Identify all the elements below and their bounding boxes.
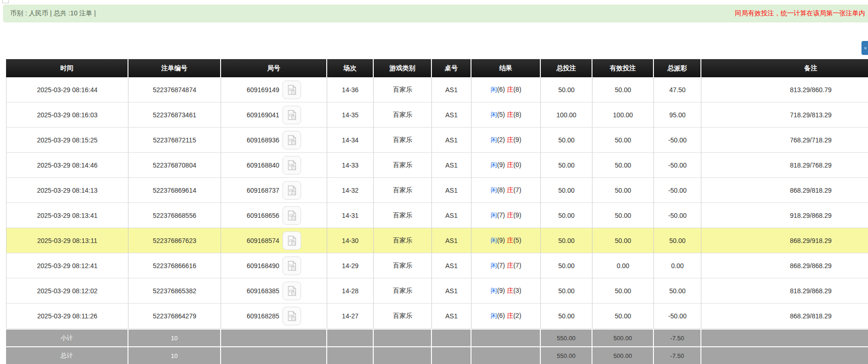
round-cell: 609169041 bbox=[221, 102, 327, 128]
round-video-button[interactable] bbox=[283, 231, 301, 250]
result-player-score: (9) bbox=[497, 236, 505, 244]
remark-cell: 868.29/918.29 bbox=[701, 228, 868, 253]
side-panel-button[interactable] bbox=[861, 41, 868, 55]
result-banker-label: 庄 bbox=[507, 111, 513, 118]
total-bet-link[interactable]: 50.00 bbox=[541, 178, 592, 203]
table-no-cell: AS1 bbox=[432, 303, 471, 329]
result-player-label: 闲 bbox=[491, 312, 497, 319]
table-row: 2025-03-29 08:13:11 522376867623 6091685… bbox=[6, 228, 868, 253]
column-header: 游戏类别 bbox=[374, 59, 432, 77]
session-cell: 14-33 bbox=[327, 153, 374, 178]
payout-cell: 47.50 bbox=[654, 77, 701, 102]
table-no-cell: AS1 bbox=[432, 253, 471, 278]
round-video-button[interactable] bbox=[283, 256, 301, 275]
column-header: 局号 bbox=[221, 59, 327, 77]
remark-cell: 868.29/818.29 bbox=[701, 303, 868, 329]
total-bet-link[interactable]: 50.00 bbox=[541, 203, 592, 228]
bet-id-cell: 522376865382 bbox=[128, 278, 221, 303]
column-header: 总投注 bbox=[541, 59, 592, 77]
total-bet-link[interactable]: 50.00 bbox=[541, 303, 592, 329]
round-video-button[interactable] bbox=[283, 131, 301, 149]
total-bet-link[interactable]: 50.00 bbox=[541, 153, 592, 178]
bet-id-cell: 522376869614 bbox=[128, 178, 221, 203]
total-bet-link[interactable]: 50.00 bbox=[541, 278, 592, 303]
round-id: 609168840 bbox=[247, 162, 279, 169]
result-cell: 闲(6) 庄(2) bbox=[471, 303, 541, 329]
round-cell: 609168574 bbox=[221, 228, 327, 253]
payout-cell: -50.00 bbox=[654, 153, 701, 178]
result-cell: 闲(2) 庄(9) bbox=[471, 128, 541, 153]
summary-empty-cell bbox=[327, 329, 374, 346]
summary-empty-cell bbox=[701, 346, 868, 364]
payout-cell: -50.00 bbox=[654, 203, 701, 228]
game-type-cell: 百家乐 bbox=[374, 203, 432, 228]
result-banker-label: 庄 bbox=[507, 211, 513, 219]
payout-cell: 50.00 bbox=[654, 278, 701, 303]
round-video-button[interactable] bbox=[283, 307, 301, 325]
notice-text: 同局有效投注，统一计算在该局第一张注单内 bbox=[735, 9, 865, 18]
game-type-cell: 百家乐 bbox=[374, 77, 432, 102]
table-no-cell: AS1 bbox=[432, 102, 471, 128]
table-no-cell: AS1 bbox=[432, 153, 471, 178]
result-player-score: (2) bbox=[497, 136, 505, 143]
total-bet-link[interactable]: 50.00 bbox=[541, 228, 592, 253]
remark-cell: 918.29/868.29 bbox=[701, 203, 868, 228]
result-cell: 闲(7) 庄(7) bbox=[471, 253, 541, 278]
bet-id-cell: 522376866616 bbox=[128, 253, 221, 278]
video-file-icon bbox=[285, 183, 299, 197]
bet-id-cell: 522376868556 bbox=[128, 203, 221, 228]
table-no-cell: AS1 bbox=[432, 178, 471, 203]
summary-empty-cell bbox=[471, 329, 541, 346]
time-cell: 2025-03-29 08:15:25 bbox=[6, 128, 128, 153]
total-bet-link[interactable]: 100.00 bbox=[541, 102, 592, 128]
round-id: 609169149 bbox=[247, 86, 279, 94]
summary-empty-cell bbox=[374, 346, 432, 364]
total-bet-link[interactable]: 50.00 bbox=[541, 77, 592, 102]
bet-id-cell: 522376864279 bbox=[128, 303, 221, 329]
round-video-button[interactable] bbox=[283, 282, 301, 300]
total-total-bet: 550.00 bbox=[541, 346, 592, 364]
summary-empty-cell bbox=[221, 346, 327, 364]
time-cell: 2025-03-29 08:13:11 bbox=[6, 228, 128, 253]
round-id: 609168285 bbox=[247, 312, 279, 320]
result-banker-label: 庄 bbox=[507, 161, 513, 169]
total-bet-link[interactable]: 50.00 bbox=[541, 128, 592, 153]
result-cell: 闲(5) 庄(8) bbox=[471, 102, 541, 128]
total-bet-link[interactable]: 50.00 bbox=[541, 253, 592, 278]
round-video-button[interactable] bbox=[283, 206, 301, 225]
table-row: 2025-03-29 08:12:02 522376865382 6091683… bbox=[6, 278, 868, 303]
time-cell: 2025-03-29 08:14:13 bbox=[6, 178, 128, 203]
valid-bet-cell: 100.00 bbox=[592, 102, 654, 128]
session-cell: 14-27 bbox=[327, 303, 374, 329]
result-banker-label: 庄 bbox=[507, 86, 513, 93]
currency-summary-text: 币别 : 人民币 | 总共 :10 注单 | bbox=[10, 9, 96, 18]
column-header: 总派彩 bbox=[654, 59, 701, 77]
round-video-button[interactable] bbox=[283, 106, 301, 124]
result-player-label: 闲 bbox=[491, 287, 497, 294]
result-player-label: 闲 bbox=[491, 86, 497, 93]
column-header: 注单编号 bbox=[128, 59, 221, 77]
valid-bet-cell: 50.00 bbox=[592, 178, 654, 203]
payout-cell: -50.00 bbox=[654, 178, 701, 203]
payout-cell: 50.00 bbox=[654, 228, 701, 253]
round-video-button[interactable] bbox=[283, 81, 301, 99]
round-id: 609168936 bbox=[247, 136, 279, 144]
video-file-icon bbox=[285, 108, 299, 122]
valid-bet-cell: 0.00 bbox=[592, 253, 654, 278]
result-player-score: (6) bbox=[497, 312, 505, 319]
round-video-button[interactable] bbox=[283, 181, 301, 200]
remark-cell: 768.29/718.29 bbox=[701, 128, 868, 153]
result-banker-score: (8) bbox=[513, 111, 521, 118]
table-row: 2025-03-29 08:16:03 522376873461 6091690… bbox=[6, 102, 868, 128]
valid-bet-cell: 50.00 bbox=[592, 128, 654, 153]
info-bar: 币别 : 人民币 | 总共 :10 注单 | 同局有效投注，统一计算在该局第一张… bbox=[3, 5, 868, 22]
game-type-cell: 百家乐 bbox=[374, 253, 432, 278]
total-label: 总计 bbox=[6, 346, 128, 364]
summary-empty-cell bbox=[327, 346, 374, 364]
time-cell: 2025-03-29 08:11:26 bbox=[6, 303, 128, 329]
subtotal-row: 小计 10 550.00 500.00 -7.50 bbox=[6, 329, 868, 346]
table-row: 2025-03-29 08:14:46 522376870804 6091688… bbox=[6, 153, 868, 178]
column-header: 有效投注 bbox=[592, 59, 654, 77]
round-video-button[interactable] bbox=[283, 156, 301, 175]
header-row: 时间注单编号局号场次游戏类别桌号结果总投注有效投注总派彩备注 bbox=[6, 59, 868, 77]
